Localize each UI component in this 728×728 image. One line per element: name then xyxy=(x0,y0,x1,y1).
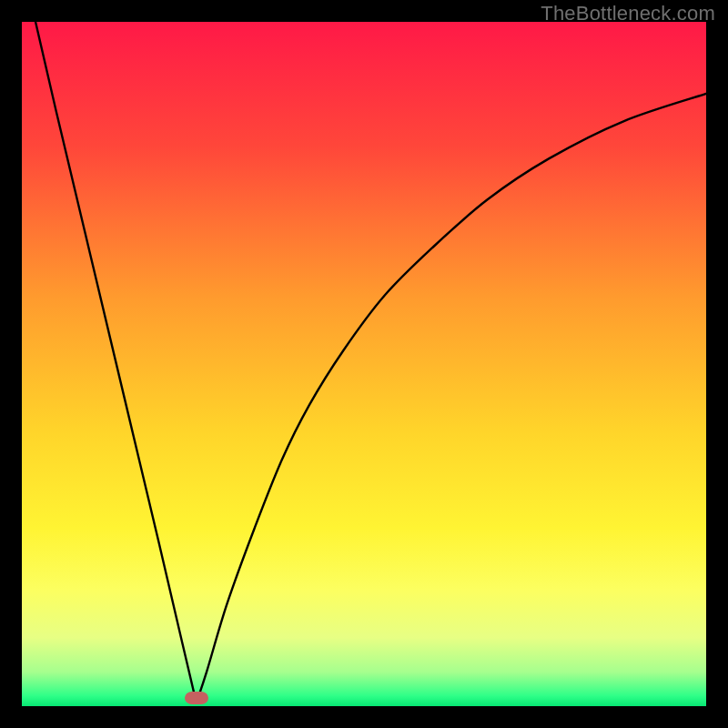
plot-svg xyxy=(22,22,706,706)
chart-frame: TheBottleneck.com xyxy=(0,0,728,728)
gradient-background xyxy=(22,22,706,706)
watermark-text: TheBottleneck.com xyxy=(541,2,715,25)
plot-area xyxy=(22,22,706,706)
minimum-marker xyxy=(185,692,208,704)
